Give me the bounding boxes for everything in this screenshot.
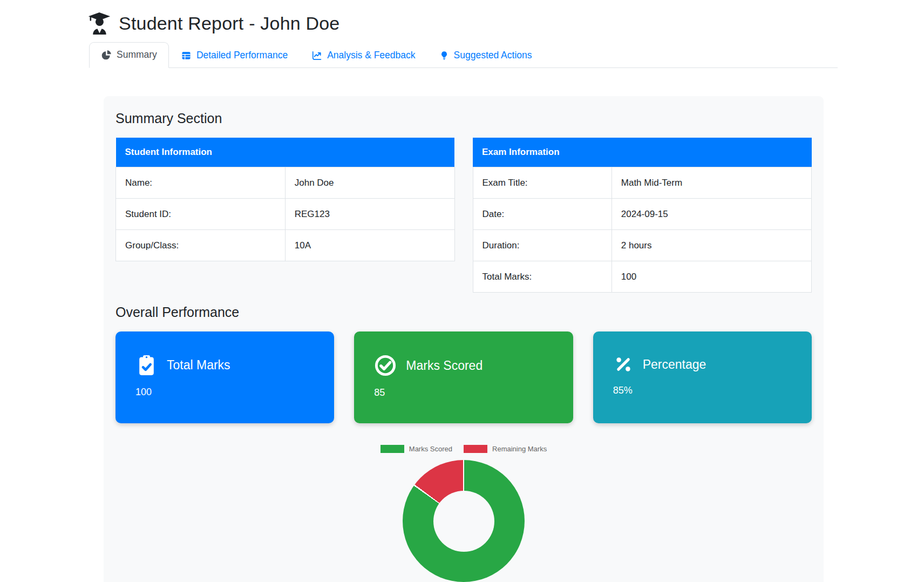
chart-pie-icon: [101, 50, 112, 60]
tab-summary[interactable]: Summary: [89, 42, 169, 68]
field-value: Math Mid-Term: [612, 167, 811, 199]
field-value: REG123: [285, 199, 454, 230]
field-value: John Doe: [285, 167, 454, 199]
stat-card-label: Marks Scored: [406, 358, 483, 373]
field-label: Total Marks:: [473, 261, 612, 293]
page-title: Student Report - John Doe: [119, 13, 339, 34]
total-marks-card: Total Marks 100: [116, 331, 334, 423]
lightbulb-icon: [439, 50, 449, 61]
student-report-page: Student Report - John Doe Summary Detail…: [0, 12, 924, 582]
overall-performance-heading: Overall Performance: [116, 304, 812, 320]
donut-chart[interactable]: [403, 460, 525, 582]
stat-card-value: 85%: [613, 385, 801, 396]
stat-card-value: 100: [135, 387, 323, 398]
field-value: 2024-09-15: [612, 199, 811, 230]
summary-section-heading: Summary Section: [116, 111, 812, 126]
marks-chart-area: Marks Scored Remaining Marks: [116, 445, 812, 582]
table-list-icon: [181, 50, 192, 61]
stat-card-label: Total Marks: [167, 358, 230, 373]
table-row: Date: 2024-09-15: [473, 199, 812, 230]
student-info-header: Student Information: [116, 138, 455, 167]
stat-card-value: 85: [374, 387, 562, 398]
chart-line-icon: [311, 50, 322, 61]
table-row: Exam Title: Math Mid-Term: [473, 167, 812, 199]
check-circle-icon: [374, 354, 397, 377]
table-row: Student ID: REG123: [116, 199, 455, 230]
field-label: Name:: [116, 167, 286, 199]
tab-detailed-performance[interactable]: Detailed Performance: [169, 43, 300, 68]
tab-label: Analysis & Feedback: [327, 50, 415, 61]
field-label: Date:: [473, 199, 612, 230]
tab-bar: Summary Detailed Performance Analysis & …: [89, 42, 838, 68]
table-row: Group/Class: 10A: [116, 230, 455, 261]
field-label: Group/Class:: [116, 230, 286, 261]
exam-info-table: Exam Information Exam Title: Math Mid-Te…: [473, 138, 812, 293]
tab-label: Summary: [117, 49, 157, 60]
legend-label: Remaining Marks: [492, 445, 547, 453]
legend-item-remaining-marks[interactable]: Remaining Marks: [464, 445, 547, 453]
field-value: 100: [612, 261, 811, 293]
tab-label: Suggested Actions: [454, 50, 532, 61]
marks-scored-card: Marks Scored 85: [354, 331, 573, 423]
page-header: Student Report - John Doe: [88, 12, 924, 35]
info-tables-row: Student Information Name: John Doe Stude…: [116, 138, 812, 293]
legend-label: Marks Scored: [409, 445, 452, 453]
user-graduate-icon: [88, 12, 111, 35]
legend-swatch-green: [381, 445, 404, 453]
table-row: Name: John Doe: [116, 167, 455, 199]
legend-item-marks-scored[interactable]: Marks Scored: [381, 445, 452, 453]
legend-swatch-red: [464, 445, 487, 453]
percent-icon: [613, 354, 634, 375]
tab-label: Detailed Performance: [196, 50, 288, 61]
chart-legend: Marks Scored Remaining Marks: [381, 445, 547, 453]
tab-suggested-actions[interactable]: Suggested Actions: [427, 43, 544, 68]
student-info-table: Student Information Name: John Doe Stude…: [116, 138, 455, 261]
exam-info-header: Exam Information: [473, 138, 812, 167]
table-row: Total Marks: 100: [473, 261, 812, 293]
percentage-card: Percentage 85%: [593, 331, 812, 423]
clipboard-check-icon: [135, 354, 158, 376]
field-value: 2 hours: [612, 230, 811, 261]
field-label: Duration:: [473, 230, 612, 261]
stat-cards-row: Total Marks 100 Marks Scored 85: [116, 331, 812, 423]
field-label: Student ID:: [116, 199, 286, 230]
field-label: Exam Title:: [473, 167, 612, 199]
stat-card-label: Percentage: [643, 357, 706, 372]
field-value: 10A: [285, 230, 454, 261]
table-row: Duration: 2 hours: [473, 230, 812, 261]
tab-analysis-feedback[interactable]: Analysis & Feedback: [300, 43, 427, 68]
summary-panel: Summary Section Student Information Name…: [104, 96, 824, 582]
